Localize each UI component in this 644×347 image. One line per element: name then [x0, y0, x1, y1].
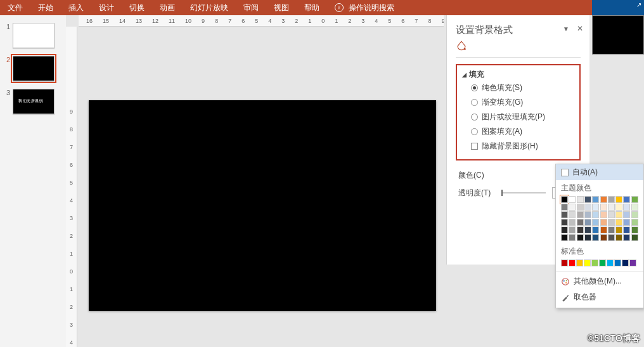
tab-home[interactable]: 开始	[30, 0, 61, 15]
theme-swatch[interactable]	[577, 219, 584, 226]
theme-swatch[interactable]	[631, 219, 638, 226]
theme-swatch[interactable]	[623, 204, 630, 211]
tab-file[interactable]: 文件	[0, 0, 30, 15]
fill-solid-option[interactable]: 纯色填充(S)	[462, 80, 574, 95]
theme-swatch[interactable]	[615, 211, 622, 218]
theme-swatch[interactable]	[631, 211, 638, 218]
theme-swatch[interactable]	[615, 226, 622, 233]
theme-swatch[interactable]	[577, 226, 584, 233]
theme-swatch[interactable]	[615, 234, 622, 241]
theme-swatch[interactable]	[623, 234, 630, 241]
theme-swatch[interactable]	[608, 211, 615, 218]
theme-swatch[interactable]	[577, 196, 584, 203]
more-colors-item[interactable]: 其他颜色(M)...	[556, 273, 643, 289]
theme-swatch[interactable]	[615, 219, 622, 226]
theme-swatch[interactable]	[600, 219, 607, 226]
theme-swatch[interactable]	[592, 219, 599, 226]
pane-close-button[interactable]: ✕	[577, 24, 583, 33]
fill-category-icon[interactable]	[456, 40, 581, 53]
theme-swatch[interactable]	[569, 234, 576, 241]
standard-swatch[interactable]	[584, 259, 591, 266]
theme-swatch[interactable]	[592, 226, 599, 233]
fill-gradient-option[interactable]: 渐变填充(G)	[462, 95, 574, 109]
standard-swatch[interactable]	[569, 259, 576, 266]
theme-swatch[interactable]	[623, 219, 630, 226]
thumb-num-1: 1	[4, 23, 10, 48]
theme-swatch[interactable]	[608, 219, 615, 226]
theme-swatch[interactable]	[600, 226, 607, 233]
tab-help[interactable]: 帮助	[297, 0, 327, 15]
theme-swatch[interactable]	[569, 211, 576, 218]
current-slide[interactable]	[89, 100, 436, 311]
theme-swatch[interactable]	[584, 219, 591, 226]
theme-swatch[interactable]	[584, 204, 591, 211]
theme-swatch[interactable]	[561, 226, 568, 233]
tab-review[interactable]: 审阅	[236, 0, 266, 15]
theme-swatch[interactable]	[608, 196, 615, 203]
tab-slideshow[interactable]: 幻灯片放映	[183, 0, 236, 15]
theme-swatch[interactable]	[561, 211, 568, 218]
standard-swatch[interactable]	[576, 259, 583, 266]
standard-swatch[interactable]	[607, 259, 614, 266]
theme-swatch[interactable]	[600, 204, 607, 211]
tab-design[interactable]: 设计	[91, 0, 122, 15]
standard-swatch[interactable]	[614, 259, 621, 266]
theme-swatch[interactable]	[592, 234, 599, 241]
theme-swatch[interactable]	[631, 234, 638, 241]
standard-swatch[interactable]	[629, 259, 636, 266]
theme-swatch[interactable]	[584, 226, 591, 233]
theme-swatch[interactable]	[561, 204, 568, 211]
theme-swatch[interactable]	[631, 196, 638, 203]
theme-swatch[interactable]	[631, 226, 638, 233]
standard-swatch[interactable]	[599, 259, 606, 266]
theme-swatch[interactable]	[592, 204, 599, 211]
standard-swatch[interactable]	[591, 259, 598, 266]
theme-swatch[interactable]	[561, 234, 568, 241]
theme-swatch[interactable]	[592, 196, 599, 203]
hide-bg-graphics-option[interactable]: 隐藏背景图形(H)	[462, 138, 574, 153]
theme-swatch[interactable]	[623, 211, 630, 218]
thumbnail-1[interactable]	[13, 23, 55, 48]
color-auto-item[interactable]: 自动(A)	[556, 164, 643, 180]
standard-swatch[interactable]	[622, 259, 629, 266]
eyedropper-item[interactable]: 取色器	[556, 289, 643, 305]
theme-swatch[interactable]	[561, 219, 568, 226]
tab-insert[interactable]: 插入	[61, 0, 91, 15]
theme-swatch[interactable]	[577, 234, 584, 241]
pane-options-icon[interactable]: ▼	[563, 25, 569, 32]
theme-swatch[interactable]	[600, 196, 607, 203]
theme-swatch[interactable]	[592, 211, 599, 218]
tab-transitions[interactable]: 切换	[122, 0, 152, 15]
theme-swatch[interactable]	[569, 226, 576, 233]
transparency-slider[interactable]	[501, 192, 546, 193]
theme-swatch[interactable]	[600, 211, 607, 218]
standard-swatch[interactable]	[561, 259, 568, 266]
theme-swatch[interactable]	[631, 204, 638, 211]
theme-swatch[interactable]	[569, 219, 576, 226]
thumbnail-2[interactable]	[13, 56, 55, 81]
theme-swatch[interactable]	[561, 196, 568, 203]
theme-swatch[interactable]	[608, 226, 615, 233]
theme-swatch[interactable]	[584, 211, 591, 218]
tab-animations[interactable]: 动画	[152, 0, 183, 15]
tab-view[interactable]: 视图	[266, 0, 297, 15]
theme-swatch[interactable]	[569, 196, 576, 203]
theme-swatch[interactable]	[623, 226, 630, 233]
theme-swatch[interactable]	[615, 204, 622, 211]
theme-swatch[interactable]	[577, 211, 584, 218]
fill-picture-option[interactable]: 图片或纹理填充(P)	[462, 109, 574, 124]
theme-swatch[interactable]	[584, 196, 591, 203]
external-window-patch	[592, 15, 644, 55]
fill-pattern-option[interactable]: 图案填充(A)	[462, 124, 574, 138]
theme-swatch[interactable]	[608, 204, 615, 211]
thumbnail-3[interactable]: 我们无所畏惧	[13, 89, 55, 114]
theme-swatch[interactable]	[608, 234, 615, 241]
fill-section-header[interactable]: ◢ 填充	[462, 69, 574, 80]
theme-swatch[interactable]	[600, 234, 607, 241]
theme-swatch[interactable]	[577, 204, 584, 211]
tell-me[interactable]: ♀ 操作说明搜索	[327, 0, 402, 15]
theme-swatch[interactable]	[584, 234, 591, 241]
theme-swatch[interactable]	[569, 204, 576, 211]
theme-swatch[interactable]	[623, 196, 630, 203]
theme-swatch[interactable]	[615, 196, 622, 203]
